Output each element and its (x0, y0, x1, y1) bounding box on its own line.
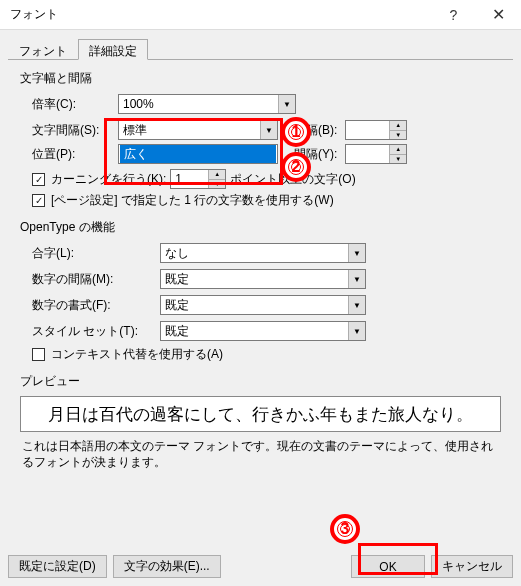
position-interval-label: 間隔(Y): (294, 146, 337, 163)
close-icon[interactable]: ✕ (476, 0, 521, 30)
cancel-button[interactable]: キャンセル (431, 555, 513, 578)
styleset-combo[interactable]: 既定 ▼ (160, 321, 366, 341)
chevron-down-icon[interactable]: ▼ (348, 270, 365, 288)
spacing-option-wide[interactable]: 広く (120, 145, 276, 163)
kerning-label: カーニングを行う(K): (51, 171, 166, 188)
ratio-label: 倍率(C): (32, 96, 118, 113)
chevron-down-icon[interactable]: ▼ (260, 121, 277, 139)
ligature-combo[interactable]: なし ▼ (160, 243, 366, 263)
tab-bar: フォント 詳細設定 (8, 38, 513, 60)
numspacing-combo[interactable]: 既定 ▼ (160, 269, 366, 289)
chevron-down-icon[interactable]: ▼ (348, 244, 365, 262)
preview-box: 月日は百代の過客にして、行きかふ年もまた旅人なり。 (20, 396, 501, 432)
help-icon[interactable]: ? (431, 0, 476, 30)
spacing-combo[interactable]: 標準 ▼ (118, 120, 278, 140)
annotation-circle-3: 3 (330, 514, 360, 544)
spinner-up-icon[interactable]: ▲ (390, 121, 406, 131)
section-opentype-title: OpenType の機能 (18, 219, 503, 236)
spinner-up-icon[interactable]: ▲ (390, 145, 406, 155)
spacing-value: 標準 (119, 121, 260, 139)
window-title: フォント (10, 6, 431, 23)
chevron-down-icon[interactable]: ▼ (348, 296, 365, 314)
spinner-up-icon[interactable]: ▲ (209, 170, 225, 180)
ratio-combo[interactable]: 100% ▼ (118, 94, 296, 114)
context-checkbox[interactable] (32, 348, 45, 361)
pageset-checkbox[interactable]: ✓ (32, 194, 45, 207)
pageset-label: [ページ設定] で指定した 1 行の文字数を使用する(W) (51, 192, 334, 209)
chevron-down-icon[interactable]: ▼ (348, 322, 365, 340)
chevron-down-icon[interactable]: ▼ (278, 95, 295, 113)
section-spacing-title: 文字幅と間隔 (18, 70, 503, 87)
position-label: 位置(P): (32, 146, 118, 163)
spinner-down-icon[interactable]: ▼ (390, 131, 406, 140)
ok-button[interactable]: OK (351, 555, 425, 578)
tab-font[interactable]: フォント (8, 39, 78, 60)
position-interval-spinner[interactable]: ▲▼ (345, 144, 407, 164)
spacing-interval-spinner[interactable]: ▲▼ (345, 120, 407, 140)
numstyle-label: 数字の書式(F): (32, 297, 160, 314)
section-preview-title: プレビュー (18, 373, 503, 390)
spacing-option-list[interactable]: 広く (118, 144, 278, 164)
kerning-checkbox[interactable]: ✓ (32, 173, 45, 186)
spacing-label: 文字間隔(S): (32, 122, 118, 139)
text-effect-button[interactable]: 文字の効果(E)... (113, 555, 221, 578)
ratio-value: 100% (119, 95, 278, 113)
context-label: コンテキスト代替を使用する(A) (51, 346, 223, 363)
numstyle-combo[interactable]: 既定 ▼ (160, 295, 366, 315)
ligature-label: 合字(L): (32, 245, 160, 262)
spacing-interval-label: 間隔(B): (294, 122, 337, 139)
set-default-button[interactable]: 既定に設定(D) (8, 555, 107, 578)
preview-footnote: これは日本語用の本文のテーマ フォントです。現在の文書のテーマによって、使用され… (22, 438, 499, 470)
kerning-suffix: ポイント以上の文字(O) (230, 171, 355, 188)
tab-advanced[interactable]: 詳細設定 (78, 39, 148, 60)
spinner-down-icon[interactable]: ▼ (209, 180, 225, 189)
styleset-label: スタイル セット(T): (32, 323, 160, 340)
numspacing-label: 数字の間隔(M): (32, 271, 160, 288)
spinner-down-icon[interactable]: ▼ (390, 155, 406, 164)
kerning-spinner[interactable]: 1 ▲▼ (170, 169, 226, 189)
